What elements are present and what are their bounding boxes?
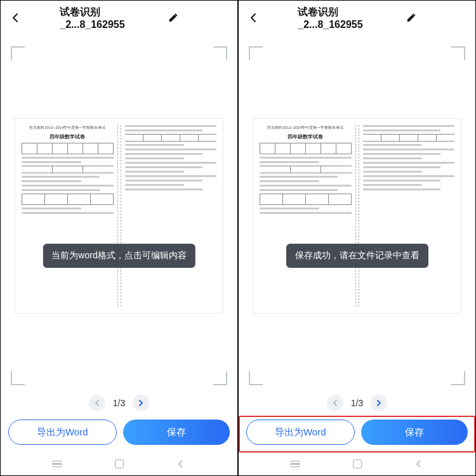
action-bar: 导出为Word 保存 (239, 416, 475, 453)
header: 试卷识别_2...8_162955 (1, 1, 237, 35)
export-word-button[interactable]: 导出为Word (246, 420, 355, 445)
page-indicator: 1/3 (351, 398, 363, 408)
edit-icon[interactable] (406, 13, 416, 23)
title-text: 试卷识别_2...8_162955 (298, 6, 402, 30)
page-title: 试卷识别_2...8_162955 (298, 6, 416, 30)
system-nav-bar (239, 453, 475, 475)
doc-header-small: 胜东南村2013~2014学年度第一学期期末考试 (22, 125, 113, 131)
next-page-button[interactable] (133, 395, 149, 411)
document-preview[interactable]: 胜东南村2013~2014学年度第一学期期末考试 四年级数学试卷 (244, 41, 470, 390)
doc-header-small: 胜东南村2013~2014学年度第一学期期末考试 (260, 125, 351, 131)
crop-corner-bl (11, 371, 25, 385)
scanned-document: 胜东南村2013~2014学年度第一学期期末考试 四年级数学试卷 (15, 118, 223, 314)
home-icon[interactable] (114, 458, 125, 470)
system-nav-bar (1, 453, 237, 475)
document-preview[interactable]: 胜东南村2013~2014学年度第一学期期末考试 四年级数学试卷 (6, 41, 232, 390)
prev-page-button[interactable] (327, 395, 343, 411)
back-icon[interactable] (175, 458, 187, 470)
export-word-button[interactable]: 导出为Word (8, 420, 117, 445)
prev-page-button[interactable] (89, 395, 105, 411)
crop-corner-tr (213, 46, 227, 60)
recents-icon[interactable] (289, 458, 301, 470)
next-page-button[interactable] (371, 395, 387, 411)
doc-title: 四年级数学试卷 (260, 133, 351, 140)
crop-corner-br (213, 371, 227, 385)
action-bar: 导出为Word 保存 (1, 416, 237, 453)
page-title: 试卷识别_2...8_162955 (60, 6, 178, 30)
scanned-document: 胜东南村2013~2014学年度第一学期期末考试 四年级数学试卷 (253, 118, 461, 314)
screen-right: 试卷识别_2...8_162955 胜东南村2013~2014学年度第一学期期末… (238, 0, 476, 476)
crop-corner-bl (249, 371, 263, 385)
screen-left: 试卷识别_2...8_162955 胜东南村2013~2014学年度第一学期期末… (0, 0, 238, 476)
home-icon[interactable] (352, 458, 363, 470)
title-text: 试卷识别_2...8_162955 (60, 6, 164, 30)
crop-corner-br (451, 371, 465, 385)
back-button[interactable] (8, 10, 23, 25)
save-button[interactable]: 保存 (361, 420, 468, 445)
pager: 1/3 (1, 390, 237, 416)
doc-title: 四年级数学试卷 (22, 133, 113, 140)
toast-message: 保存成功，请在文件记录中查看 (286, 244, 428, 268)
recents-icon[interactable] (51, 458, 63, 470)
crop-corner-tl (249, 46, 263, 60)
page-indicator: 1/3 (113, 398, 125, 408)
crop-corner-tr (451, 46, 465, 60)
pager: 1/3 (239, 390, 475, 416)
back-button[interactable] (246, 10, 261, 25)
edit-icon[interactable] (168, 13, 178, 23)
toast-message: 当前为word格式，点击可编辑内容 (43, 244, 195, 268)
back-icon[interactable] (413, 458, 425, 470)
save-button[interactable]: 保存 (123, 420, 230, 445)
crop-corner-tl (11, 46, 25, 60)
header: 试卷识别_2...8_162955 (239, 1, 475, 35)
